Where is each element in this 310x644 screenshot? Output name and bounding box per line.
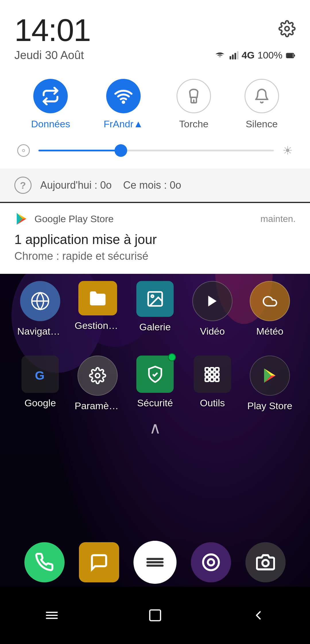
chevron-up-icon[interactable]: ∧ <box>149 419 161 437</box>
svg-rect-46 <box>150 610 160 621</box>
dock-camera[interactable] <box>245 542 286 582</box>
date-display: Jeudi 30 Août <box>14 49 84 62</box>
signal-icon <box>228 50 239 60</box>
browser-icon <box>30 291 50 311</box>
app-video-label: Vidéo <box>200 326 225 337</box>
app-gestionnaire-label: Gestionnai.. <box>75 320 121 331</box>
svg-text:G: G <box>35 368 44 382</box>
brightness-slider[interactable] <box>38 150 274 151</box>
messages-icon-square <box>79 542 119 582</box>
music-icon <box>202 553 220 572</box>
dock-app-drawer[interactable] <box>133 541 177 584</box>
donnees-label: Données <box>31 118 70 130</box>
svg-point-21 <box>151 295 153 297</box>
tile-donnees[interactable]: Données <box>31 79 70 130</box>
svg-point-14 <box>22 149 25 152</box>
app-navigateur[interactable]: Navigateur <box>16 281 65 337</box>
settings-icon[interactable] <box>278 20 296 37</box>
nav-bar <box>0 587 310 644</box>
slider-fill <box>38 150 121 151</box>
app-meteo-label: Météo <box>256 326 284 337</box>
play-store-icon <box>14 212 29 226</box>
app-gestionnaire[interactable]: Gestionnai.. <box>73 281 122 331</box>
app-google-label: Google <box>24 397 56 409</box>
tile-silence[interactable]: Silence <box>245 79 279 130</box>
slider-thumb[interactable] <box>115 144 127 157</box>
three-lines-icon <box>145 552 165 572</box>
settings-icon-area[interactable] <box>278 14 296 38</box>
folder-icon <box>88 289 107 308</box>
google-icon: G <box>31 365 50 384</box>
clock: 14:01 <box>14 14 90 46</box>
quick-settings: Données FrAndr▲ <box>0 70 310 141</box>
app-parametres[interactable]: Paramètres <box>73 356 122 411</box>
notification-app-info: Google Play Store <box>14 212 114 226</box>
svg-rect-32 <box>210 378 214 382</box>
svg-rect-8 <box>237 51 239 59</box>
wifi-icon <box>214 50 226 60</box>
notification-card[interactable]: Google Play Store mainten. 1 application… <box>0 203 310 274</box>
svg-point-41 <box>208 559 214 565</box>
data-usage-text: Aujourd'hui : 0o Ce mois : 0o <box>40 179 181 191</box>
app-securite[interactable]: Sécurité <box>131 356 179 409</box>
svg-point-11 <box>123 102 124 103</box>
flashlight-icon <box>186 88 202 104</box>
parametres-gear-icon <box>89 367 106 384</box>
phone-icon <box>35 553 54 572</box>
dock-messages[interactable] <box>79 542 119 582</box>
gallery-icon <box>146 290 164 308</box>
svg-rect-28 <box>205 373 209 376</box>
video-icon <box>205 294 220 308</box>
nav-home-button[interactable] <box>141 604 169 627</box>
messages-icon <box>90 553 108 572</box>
nav-recent-button[interactable] <box>37 604 66 627</box>
svg-rect-33 <box>215 378 219 382</box>
dock-phone[interactable] <box>24 542 65 582</box>
battery-icon <box>285 50 296 60</box>
chevron-row: ∧ <box>0 419 310 437</box>
brightness-low-icon <box>17 144 30 157</box>
app-galerie[interactable]: Galerie <box>131 281 179 333</box>
tile-wifi[interactable]: FrAndr▲ <box>104 79 143 130</box>
donnees-icon-circle <box>33 79 68 113</box>
svg-marker-34 <box>264 368 271 383</box>
app-outils[interactable]: Outils <box>188 356 237 409</box>
tile-torche[interactable]: Torche <box>177 79 211 130</box>
app-playstore[interactable]: Play Store <box>245 356 294 411</box>
app-navigateur-label: Navigateur <box>17 326 63 337</box>
app-video[interactable]: Vidéo <box>188 281 237 337</box>
svg-point-40 <box>203 555 219 570</box>
app-google[interactable]: G Google <box>16 356 65 409</box>
app-parametres-label: Paramètres <box>75 400 121 411</box>
battery-percent: 100% <box>257 50 282 61</box>
notification-app-name: Google Play Store <box>34 213 114 225</box>
weather-icon <box>262 293 278 309</box>
svg-point-4 <box>285 27 289 31</box>
time-display: 14:01 <box>14 14 90 46</box>
app-meteo[interactable]: Météo <box>245 281 294 337</box>
app-grid-row2: G Google Paramètres Sécurité <box>0 338 310 423</box>
dock-music[interactable] <box>191 542 231 582</box>
svg-marker-15 <box>17 213 23 225</box>
playstore-triangle-icon <box>261 367 278 384</box>
torche-label: Torche <box>179 118 208 130</box>
svg-marker-22 <box>208 296 216 307</box>
svg-rect-10 <box>287 54 293 57</box>
date-row: Jeudi 30 Août 4G 100% <box>0 49 310 70</box>
home-square-icon <box>147 608 163 622</box>
app-grid-row1: Navigateur Gestionnai.. Galerie <box>0 264 310 348</box>
data-usage-help-icon[interactable]: ? <box>14 177 32 194</box>
notification-header: Google Play Store mainten. <box>14 212 296 226</box>
app-securite-label: Sécurité <box>137 397 173 409</box>
tools-icon <box>204 366 221 383</box>
svg-rect-26 <box>210 368 214 372</box>
brightness-high-icon: ☀ <box>282 144 293 157</box>
app-outils-label: Outils <box>200 397 225 409</box>
dock <box>0 541 310 584</box>
wifi-icon-circle <box>106 79 141 113</box>
month-value: 0o <box>170 179 181 191</box>
data-arrows-icon <box>41 87 60 105</box>
app-drawer-button[interactable] <box>133 541 177 584</box>
today-value: 0o <box>100 179 112 191</box>
nav-back-button[interactable] <box>244 604 273 627</box>
